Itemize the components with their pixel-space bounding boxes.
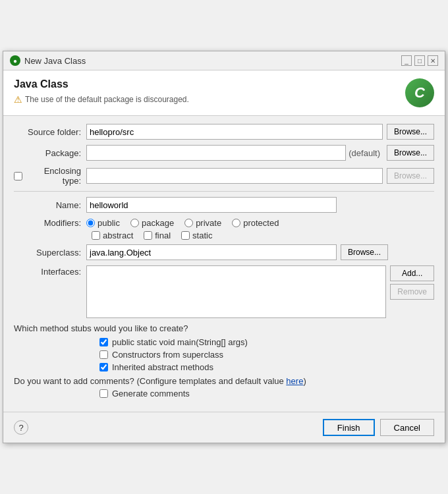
generate-comments-label[interactable]: Generate comments <box>99 389 434 398</box>
modifiers-radio-group: public package private protected <box>86 218 279 228</box>
interfaces-row: Interfaces: Add... Remove <box>14 265 434 318</box>
stub-constructors-label[interactable]: Constructors from superclass <box>99 350 434 360</box>
interfaces-buttons: Add... Remove <box>390 265 434 300</box>
superclass-input[interactable] <box>86 244 337 260</box>
modifier-public-radio[interactable] <box>86 219 95 227</box>
modifier-protected-label[interactable]: protected <box>232 218 279 228</box>
stubs-title: Which method stubs would you like to cre… <box>14 323 434 333</box>
title-bar-left: ● New Java Class <box>10 55 86 66</box>
stub-main-label[interactable]: public static void main(String[] args) <box>99 337 434 347</box>
package-label: Package: <box>14 148 86 158</box>
modifiers-radio-row: Modifiers: public package private <box>14 218 434 228</box>
stub-abstract-label[interactable]: Inherited abstract methods <box>99 362 434 372</box>
modifiers-label: Modifiers: <box>14 218 86 228</box>
logo-icon: C <box>405 78 434 107</box>
enclosing-browse-button: Browse... <box>387 168 434 184</box>
title-controls: _ □ ✕ <box>401 55 438 66</box>
name-row: Name: <box>14 197 434 213</box>
warning-text: The use of the default package is discou… <box>25 95 189 104</box>
source-folder-browse-button[interactable]: Browse... <box>387 124 434 140</box>
modifier-static-text: static <box>192 231 212 240</box>
dialog-container: ● New Java Class _ □ ✕ Java Class ⚠ The … <box>3 51 445 443</box>
superclass-label: Superclass: <box>14 248 86 258</box>
source-folder-label: Source folder: <box>14 127 86 137</box>
warning-message: ⚠ The use of the default package is disc… <box>14 94 405 105</box>
stub-constructors-text: Constructors from superclass <box>112 350 223 360</box>
stub-constructors-checkbox[interactable] <box>99 350 108 359</box>
stub-abstract-checkbox[interactable] <box>99 363 108 371</box>
name-input[interactable] <box>86 197 337 213</box>
source-folder-row: Source folder: Browse... <box>14 124 434 140</box>
package-input[interactable] <box>86 145 346 161</box>
app-icon: ● <box>10 55 20 66</box>
interfaces-textarea[interactable] <box>86 265 386 318</box>
title-bar: ● New Java Class _ □ ✕ <box>3 51 445 70</box>
modifier-abstract-checkbox[interactable] <box>92 231 100 240</box>
superclass-row: Superclass: Browse... <box>14 244 434 260</box>
modifier-final-checkbox[interactable] <box>144 231 152 240</box>
modifier-public-label[interactable]: public <box>86 218 120 228</box>
header-section: Java Class ⚠ The use of the default pack… <box>3 70 445 116</box>
comments-title: Do you want to add comments? (Configure … <box>14 376 434 386</box>
enclosing-type-label[interactable]: Enclosing type: <box>24 166 81 186</box>
help-button[interactable]: ? <box>14 420 28 435</box>
cancel-button[interactable]: Cancel <box>380 419 434 436</box>
minimize-button[interactable]: _ <box>401 55 412 66</box>
modifier-package-text: package <box>142 218 174 228</box>
page-title: Java Class <box>14 78 405 90</box>
interfaces-remove-button: Remove <box>390 284 434 300</box>
modifiers-section: Modifiers: public package private <box>14 218 434 240</box>
form-section: Source folder: Browse... Package: (defau… <box>3 116 445 412</box>
package-default-label: (default) <box>349 148 380 158</box>
generate-comments-checkbox[interactable] <box>99 389 108 398</box>
modifier-abstract-label[interactable]: abstract <box>92 231 133 240</box>
modifier-private-text: private <box>196 218 221 228</box>
stub-main-checkbox[interactable] <box>99 338 108 346</box>
footer: ? Finish Cancel <box>3 412 445 443</box>
modifier-private-radio[interactable] <box>184 219 193 227</box>
enclosing-label-container: Enclosing type: <box>14 166 86 186</box>
finish-button[interactable]: Finish <box>323 419 375 436</box>
modifier-static-label[interactable]: static <box>181 231 212 240</box>
stub-main-text: public static void main(String[] args) <box>112 337 248 347</box>
header-left: Java Class ⚠ The use of the default pack… <box>14 78 405 105</box>
stub-abstract-text: Inherited abstract methods <box>112 362 213 372</box>
package-browse-button[interactable]: Browse... <box>387 145 434 161</box>
package-row: Package: (default) Browse... <box>14 145 434 161</box>
maximize-button[interactable]: □ <box>414 55 425 66</box>
modifier-final-text: final <box>155 231 171 240</box>
modifier-package-radio[interactable] <box>130 219 139 227</box>
enclosing-row: Enclosing type: Browse... <box>14 166 434 186</box>
modifiers-checkbox-row: abstract final static <box>92 231 434 240</box>
comments-here-link[interactable]: here <box>286 376 303 386</box>
modifier-private-label[interactable]: private <box>184 218 221 228</box>
comments-title-text: Do you want to add comments? (Configure … <box>14 376 286 386</box>
modifier-package-label[interactable]: package <box>130 218 174 228</box>
modifier-abstract-text: abstract <box>103 231 133 240</box>
name-label: Name: <box>14 200 86 210</box>
modifier-static-checkbox[interactable] <box>181 231 190 240</box>
modifier-final-label[interactable]: final <box>144 231 171 240</box>
modifier-protected-text: protected <box>243 218 279 228</box>
generate-comments-text: Generate comments <box>112 389 190 398</box>
enclosing-input[interactable] <box>86 168 383 184</box>
enclosing-checkbox[interactable] <box>14 172 22 180</box>
dialog-title: New Java Class <box>24 56 86 66</box>
close-button[interactable]: ✕ <box>428 55 438 66</box>
interfaces-label: Interfaces: <box>14 265 86 277</box>
modifier-protected-radio[interactable] <box>232 219 240 227</box>
stubs-section: Which method stubs would you like to cre… <box>14 323 434 372</box>
modifier-public-text: public <box>98 218 120 228</box>
comments-title-suffix: ) <box>303 376 306 386</box>
superclass-browse-button[interactable]: Browse... <box>341 244 388 260</box>
separator-1 <box>14 191 434 192</box>
source-folder-input[interactable] <box>86 124 383 140</box>
footer-left: ? <box>14 420 28 435</box>
footer-right: Finish Cancel <box>323 419 434 436</box>
warning-icon: ⚠ <box>14 94 22 105</box>
comments-section: Do you want to add comments? (Configure … <box>14 376 434 398</box>
interfaces-add-button[interactable]: Add... <box>390 265 434 281</box>
